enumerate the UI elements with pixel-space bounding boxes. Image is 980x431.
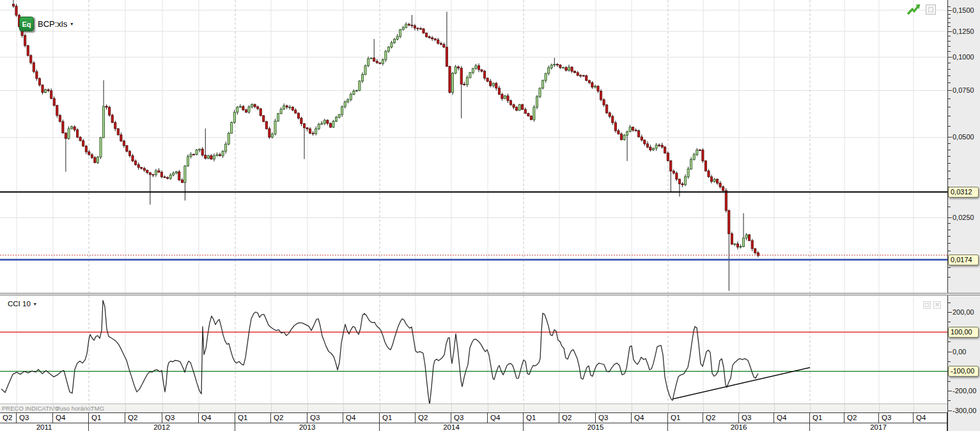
strip-separator	[524, 404, 524, 413]
quarter-cell: Q3	[307, 413, 343, 423]
strip-separator	[307, 404, 308, 413]
axis-tick	[948, 69, 951, 70]
year-cell: 2014	[380, 423, 524, 431]
axis-tick	[948, 18, 951, 19]
quarter-cell: Q1	[235, 413, 271, 423]
price-axis-label: 0,0250	[953, 214, 974, 222]
price-level-badge-0174: 0,0174	[948, 255, 979, 265]
axis-tick	[948, 178, 951, 179]
indicator-label[interactable]: CCI 10	[8, 300, 31, 308]
axis-tick	[948, 116, 951, 116]
strip-separator	[53, 404, 54, 413]
strip-separator	[703, 404, 704, 413]
price-axis-label: 0,1250	[953, 27, 974, 36]
quarter-cell: Q3	[17, 413, 53, 423]
axis-tick	[948, 381, 951, 382]
quarter-cell: Q2	[271, 413, 307, 423]
strip-separator	[810, 404, 811, 413]
quarter-cell: Q1	[810, 413, 844, 423]
quarter-cell: Q2	[125, 413, 162, 423]
axis-tick	[948, 6, 951, 7]
axis-tick	[948, 341, 951, 342]
axis-tick	[948, 22, 951, 23]
indicator-restore-icon[interactable]: ▢	[923, 301, 931, 309]
axis-tick	[948, 31, 952, 32]
axis-tick	[948, 411, 952, 411]
axis-tick	[948, 267, 951, 268]
trading-chart-window: 0,15000,12500,10000,07500,05000,0250 200…	[0, 0, 980, 431]
strip-separator	[668, 404, 669, 413]
axis-tick	[948, 10, 952, 11]
strip-separator	[844, 404, 845, 413]
candles-layer	[12, 0, 759, 291]
cci-axis-label: -300,00	[953, 407, 976, 415]
axis-tick	[948, 137, 952, 137]
strip-separator	[914, 404, 914, 413]
indicator-selector[interactable]: CCI 10 ▾	[8, 300, 36, 308]
quarter-cell: Q2	[559, 413, 596, 423]
year-cell: 2016	[668, 423, 810, 431]
chevron-down-icon[interactable]: ▾	[34, 301, 36, 307]
symbol-selector[interactable]: Eq BCP:xls ▾	[19, 17, 73, 31]
quarter-cell: Q3	[596, 413, 632, 423]
axis-tick	[948, 82, 951, 83]
axis-tick	[948, 46, 951, 47]
axis-tick	[948, 171, 951, 171]
quarter-cell: Q2	[703, 413, 739, 423]
strip-separator	[380, 404, 380, 413]
axis-tick	[948, 361, 951, 362]
axis-tick	[948, 57, 952, 58]
cci-layer	[0, 301, 947, 405]
price-axis[interactable]: 0,15000,12500,10000,07500,05000,0250	[947, 0, 980, 293]
quarter-cell: Q1	[380, 413, 416, 423]
chevron-down-icon[interactable]: ▾	[70, 21, 73, 27]
axis-tick	[948, 277, 951, 278]
strip-separator	[235, 404, 236, 413]
axis-tick	[948, 75, 951, 76]
quarter-cell: Q2	[844, 413, 879, 423]
quarter-cell: Q4	[632, 413, 668, 423]
symbol-label[interactable]: BCP:xls	[38, 19, 67, 29]
price-axis-label: 0,1000	[953, 53, 974, 61]
panel-splitter[interactable]	[0, 293, 980, 295]
quarter-cell: Q4	[53, 413, 89, 423]
streaming-arrow-icon[interactable]	[906, 3, 921, 16]
axis-tick	[948, 143, 951, 144]
axis-tick	[948, 163, 951, 164]
axis-tick	[948, 400, 951, 401]
year-cell: 2015	[524, 423, 668, 431]
quarter-cell: Q1	[89, 413, 125, 423]
indicator-axis[interactable]: 200,000,00-200,00-300,00	[947, 295, 980, 431]
axis-tick	[948, 150, 951, 150]
axis-tick	[948, 217, 952, 218]
chart-canvas[interactable]	[0, 0, 947, 431]
axis-tick	[948, 352, 952, 352]
axis-tick	[948, 26, 951, 27]
quarter-cell: Q4	[488, 413, 524, 423]
year-cell: 2013	[235, 423, 380, 431]
strip-separator	[271, 404, 272, 413]
axis-tick	[948, 243, 951, 244]
equity-badge-icon: Eq	[19, 17, 34, 31]
quarter-cell: Q3	[879, 413, 914, 423]
axis-tick	[948, 156, 951, 157]
time-axis[interactable]: PREÇO INDICATIVO Fuso horário: TMG Q2Q3Q…	[0, 404, 947, 431]
axis-tick	[948, 41, 951, 42]
timezone-value: TMG	[91, 405, 104, 412]
axis-tick	[948, 63, 951, 63]
settings-glyph	[928, 7, 933, 12]
price-axis-label: 0,1500	[953, 6, 974, 15]
strip-separator	[488, 404, 488, 413]
axis-tick	[948, 98, 951, 99]
strip-separator	[632, 404, 632, 413]
price-axis-label: 0,0500	[953, 133, 974, 141]
status-strip: PREÇO INDICATIVO Fuso horário: TMG	[0, 404, 947, 412]
strip-separator	[451, 404, 452, 413]
quarter-cell: Q4	[343, 413, 380, 423]
strip-separator	[739, 404, 740, 413]
axis-tick	[948, 251, 951, 251]
indicator-close-icon[interactable]: ✕	[933, 301, 941, 309]
quarter-cell: Q3	[162, 413, 199, 423]
chart-settings-button[interactable]	[926, 4, 936, 15]
cci-level-badge-neg100: -100,00	[948, 366, 979, 377]
